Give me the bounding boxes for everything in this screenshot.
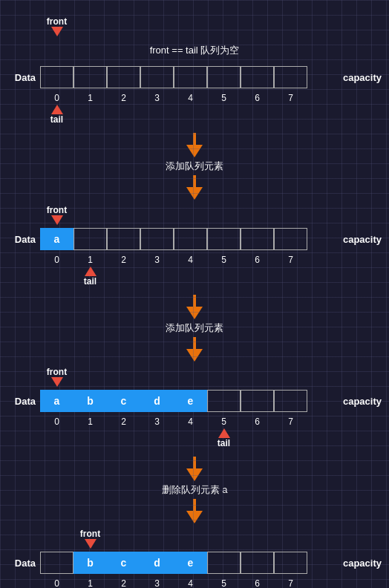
s2-front-arrow bbox=[51, 215, 63, 225]
s4-idx-1: 1 bbox=[73, 578, 107, 588]
s2-idx-0: 0 bbox=[40, 255, 73, 265]
s3-cell-6 bbox=[241, 390, 274, 412]
orange-arrow-1b bbox=[186, 175, 203, 200]
s3-idx-5: 5 bbox=[207, 416, 241, 427]
s3-cell-2: c bbox=[107, 390, 140, 412]
s2-cell-0: a bbox=[40, 228, 73, 250]
s3-cell-7 bbox=[274, 390, 307, 412]
s2-idx-1: 1 bbox=[73, 255, 107, 265]
orange-arrow-2 bbox=[186, 295, 203, 319]
s2-cell-4 bbox=[174, 228, 207, 250]
section-2: front Data a capacity 0 1 bbox=[0, 202, 389, 293]
s1-idx-4: 4 bbox=[174, 93, 207, 103]
s1-cell-6 bbox=[241, 66, 274, 88]
s2-to-s3-arrow bbox=[0, 295, 389, 319]
s3-data-row: Data a b c d e capacity bbox=[0, 390, 389, 412]
orange-arrow-2b bbox=[186, 337, 203, 362]
s2-idx-6: 6 bbox=[241, 255, 274, 265]
s3-indices: 0 1 2 3 4 5 6 7 bbox=[40, 416, 382, 427]
s4-idx-6: 6 bbox=[241, 578, 274, 588]
s4-idx-5: 5 bbox=[207, 578, 241, 588]
s2-cell-2 bbox=[107, 228, 140, 250]
s1-capacity-label: capacity bbox=[343, 72, 382, 83]
s3-action-label: 添加队列元素 bbox=[166, 321, 223, 335]
s4-remove-label: 删除队列元素 a bbox=[0, 483, 389, 497]
s3-to-s4-arrow bbox=[0, 457, 389, 481]
s2-data-row: Data a capacity bbox=[0, 228, 389, 250]
s3-cell-1: b bbox=[73, 390, 107, 412]
orange-arrow-3b bbox=[186, 499, 203, 523]
s1-idx-1: 1 bbox=[73, 93, 107, 103]
s1-index-row: 0 1 2 3 4 5 6 7 bbox=[0, 93, 389, 103]
s1-idx-3: 3 bbox=[140, 93, 174, 103]
s2-cell-7 bbox=[274, 228, 307, 250]
s1-indices: 0 1 2 3 4 5 6 7 bbox=[40, 93, 382, 103]
main-container: front front == tail 队列为空 Data capacity bbox=[0, 0, 389, 588]
s1-cell-1 bbox=[73, 66, 107, 88]
section-1: front front == tail 队列为空 Data capacity bbox=[0, 7, 389, 131]
s3-index-row: 0 1 2 3 4 5 6 7 bbox=[0, 416, 389, 427]
s2-tail-arrow bbox=[85, 267, 97, 276]
s2-cells: a bbox=[40, 228, 339, 250]
s4-front-label: front bbox=[80, 529, 100, 539]
s1-idx-6: 6 bbox=[241, 93, 274, 103]
s2-data-label: Data bbox=[7, 234, 36, 245]
s4-idx-7: 7 bbox=[274, 578, 307, 588]
s4-cell-5 bbox=[207, 552, 241, 574]
s1-cell-3 bbox=[140, 66, 174, 88]
s2-indices: 0 1 2 3 4 5 6 7 bbox=[40, 255, 382, 265]
s4-cells: b c d e bbox=[40, 552, 339, 574]
s3-tail-label: tail bbox=[218, 438, 230, 448]
s3-idx-4: 4 bbox=[174, 416, 207, 427]
s1-front-label-row: front bbox=[0, 16, 389, 36]
s1-cells bbox=[40, 66, 339, 88]
s1-title-row: front == tail 队列为空 bbox=[0, 39, 389, 60]
s3-idx-3: 3 bbox=[140, 416, 174, 427]
s1-tail-arrow bbox=[51, 105, 63, 114]
s1-title: front == tail 队列为空 bbox=[0, 44, 389, 57]
s3-cell-0: a bbox=[40, 390, 73, 412]
s1-to-s2-arrow2 bbox=[0, 175, 389, 200]
s3-capacity-label: capacity bbox=[343, 396, 382, 407]
s3-cell-4: e bbox=[174, 390, 207, 412]
s2-cell-6 bbox=[241, 228, 274, 250]
s1-data-row: Data capacity bbox=[0, 66, 389, 88]
s2-cell-1 bbox=[73, 228, 107, 250]
s4-idx-3: 3 bbox=[140, 578, 174, 588]
s1-cell-4 bbox=[174, 66, 207, 88]
s1-to-s2-arrow bbox=[0, 133, 389, 157]
s3-front-label: front bbox=[47, 367, 67, 377]
s4-action-label: 删除队列元素 a bbox=[162, 483, 228, 497]
s3-data-label: Data bbox=[7, 396, 36, 407]
orange-arrow-3 bbox=[186, 457, 203, 481]
s4-cell-3: d bbox=[140, 552, 174, 574]
s4-index-row: 0 1 2 3 4 5 6 7 bbox=[0, 578, 389, 588]
section-4: front Data b c d e capacity 0 bbox=[0, 526, 389, 588]
s2-tail-row: tail bbox=[0, 267, 389, 287]
s1-front-arrow bbox=[51, 27, 63, 36]
s2-to-s3-arrow2 bbox=[0, 337, 389, 362]
s3-idx-6: 6 bbox=[241, 416, 274, 427]
s1-tail-label: tail bbox=[50, 114, 63, 125]
s3-tail-row: tail bbox=[0, 428, 389, 448]
s3-add-label: 添加队列元素 bbox=[0, 321, 389, 335]
s3-idx-2: 2 bbox=[107, 416, 140, 427]
s3-idx-7: 7 bbox=[274, 416, 307, 427]
s3-tail-arrow bbox=[218, 428, 230, 438]
s2-front-label-row: front bbox=[0, 205, 389, 225]
s2-index-row: 0 1 2 3 4 5 6 7 bbox=[0, 255, 389, 265]
s2-idx-3: 3 bbox=[140, 255, 174, 265]
s1-cell-5 bbox=[207, 66, 241, 88]
s2-idx-2: 2 bbox=[107, 255, 140, 265]
s1-idx-2: 2 bbox=[107, 93, 140, 103]
s4-data-row: Data b c d e capacity bbox=[0, 552, 389, 574]
s1-data-label: Data bbox=[7, 72, 36, 83]
s1-idx-7: 7 bbox=[274, 93, 307, 103]
s3-cells: a b c d e bbox=[40, 390, 339, 412]
s4-front-arrow bbox=[85, 539, 97, 549]
s4-cell-7 bbox=[274, 552, 307, 574]
s2-idx-7: 7 bbox=[274, 255, 307, 265]
s3-front-arrow bbox=[51, 377, 63, 387]
s2-cell-5 bbox=[207, 228, 241, 250]
s2-action-label: 添加队列元素 bbox=[166, 160, 223, 173]
